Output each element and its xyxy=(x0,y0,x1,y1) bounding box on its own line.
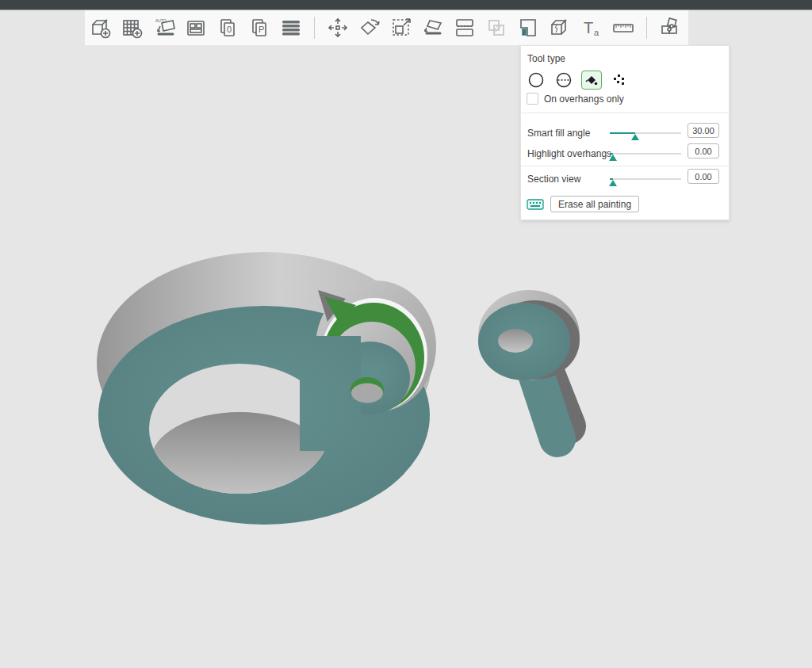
cut-icon[interactable] xyxy=(548,16,572,40)
panel-bottom-row: Erase all painting xyxy=(527,196,639,212)
svg-text:T: T xyxy=(584,19,593,36)
svg-text:AUTO: AUTO xyxy=(155,18,167,23)
auto-orient-icon[interactable]: AUTO xyxy=(152,16,176,40)
paint-icon[interactable] xyxy=(516,16,540,40)
slider-thumb[interactable] xyxy=(609,180,617,186)
smart-fill-angle-slider[interactable] xyxy=(610,132,681,134)
svg-text:a: a xyxy=(594,28,599,37)
layers-icon[interactable] xyxy=(279,16,303,40)
slider-thumb[interactable] xyxy=(631,134,639,140)
smart-fill-angle-row: Smart fill angle xyxy=(527,125,724,141)
rotate-icon[interactable] xyxy=(358,16,381,40)
smart-fill-angle-value[interactable] xyxy=(688,123,719,138)
section-view-value[interactable] xyxy=(688,169,719,184)
erase-all-painting-button[interactable]: Erase all painting xyxy=(550,196,639,212)
measure-icon[interactable] xyxy=(611,16,635,40)
toolbar-separator xyxy=(646,17,647,39)
sphere-tool-button[interactable] xyxy=(553,71,574,90)
paint-tool-panel: Tool type On overhangs only Smart fill a… xyxy=(520,45,730,220)
keyboard-shortcuts-icon[interactable] xyxy=(527,198,544,211)
add-instance-icon[interactable] xyxy=(121,16,144,40)
smart-fill-tool-button[interactable] xyxy=(609,71,630,90)
circle-tool-button[interactable] xyxy=(526,71,546,90)
window-title-strip xyxy=(0,0,812,10)
fill-tool-button[interactable] xyxy=(581,71,602,90)
place-on-face-icon[interactable] xyxy=(421,16,445,40)
highlight-overhangs-slider[interactable] xyxy=(610,153,681,155)
on-overhangs-row: On overhangs only xyxy=(527,93,624,105)
section-view-slider[interactable] xyxy=(610,178,681,180)
highlight-overhangs-label: Highlight overhangs xyxy=(527,148,611,159)
toolbar-separator xyxy=(314,17,315,39)
move-icon[interactable] xyxy=(326,16,350,40)
add-object-icon[interactable] xyxy=(89,16,113,40)
on-overhangs-label: On overhangs only xyxy=(544,94,624,105)
highlight-overhangs-row: Highlight overhangs xyxy=(527,146,724,162)
panel-divider xyxy=(521,113,729,113)
text-icon[interactable]: Ta xyxy=(580,16,603,40)
section-view-row: Section view xyxy=(527,171,724,187)
model-key xyxy=(478,290,580,439)
tool-type-row xyxy=(526,70,630,90)
puzzle-icon[interactable] xyxy=(658,16,682,40)
smart-fill-angle-label: Smart fill angle xyxy=(527,128,590,139)
main-toolbar: AUTO 0 P Ta xyxy=(85,10,688,45)
split-parts-icon xyxy=(485,16,508,40)
on-overhangs-checkbox[interactable] xyxy=(527,93,538,105)
section-view-label: Section view xyxy=(527,174,580,185)
panel-divider xyxy=(521,166,729,166)
svg-text:0: 0 xyxy=(227,25,232,34)
highlight-overhangs-value[interactable] xyxy=(688,143,719,158)
scale-icon[interactable] xyxy=(389,16,413,40)
paste-icon[interactable]: P xyxy=(247,16,271,40)
arrange-icon[interactable] xyxy=(184,16,208,40)
slider-thumb[interactable] xyxy=(609,155,617,161)
copies-icon[interactable]: 0 xyxy=(216,16,239,40)
split-horizontal-icon[interactable] xyxy=(453,16,477,40)
tool-type-label: Tool type xyxy=(527,53,565,64)
svg-text:P: P xyxy=(259,25,264,34)
